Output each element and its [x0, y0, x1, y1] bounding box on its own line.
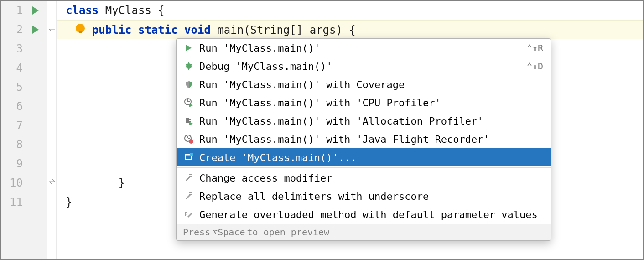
menu-item-shortcut: ⌃⇧R — [527, 42, 543, 53]
intention-icon — [184, 173, 194, 183]
svg-rect-1 — [79, 31, 82, 33]
menu-item-label: Debug 'MyClass.main()' — [199, 61, 521, 72]
menu-item-label: Run 'MyClass.main()' with 'Java Flight R… — [199, 134, 543, 145]
svg-rect-9 — [186, 118, 189, 123]
svg-point-18 — [190, 153, 193, 156]
line-number: 5 — [1, 81, 26, 94]
gutter-run-icon[interactable] — [26, 26, 45, 34]
plug-run-icon — [184, 116, 194, 126]
coverage-icon — [184, 79, 194, 89]
menu-item-replace-delimiters[interactable]: Replace all delimiters with underscore — [177, 187, 551, 205]
footer-text: Press — [183, 227, 210, 238]
line-number: 3 — [1, 42, 26, 55]
menu-item-label: Run 'MyClass.main()' with 'CPU Profiler' — [199, 97, 543, 109]
menu-item-run[interactable]: Run 'MyClass.main()' ⌃⇧R — [177, 39, 551, 57]
line-number: 2 — [1, 23, 26, 36]
menu-item-create-config[interactable]: Create 'MyClass.main()'... — [177, 148, 551, 166]
menu-item-jfr-profiler[interactable]: Run 'MyClass.main()' with 'Java Flight R… — [177, 130, 551, 148]
menu-item-generate-overloaded[interactable]: P Generate overloaded method with defaul… — [177, 205, 551, 224]
gutter-run-icon[interactable] — [26, 6, 45, 15]
intention-actions-popup: Run 'MyClass.main()' ⌃⇧R Debug 'MyClass.… — [176, 38, 551, 241]
code-area[interactable]: class MyClass { public static void main(… — [57, 1, 643, 259]
gutter: 1 2 3 4 5 6 7 8 9 10 11 — [1, 1, 57, 259]
menu-item-debug[interactable]: Debug 'MyClass.main()' ⌃⇧D — [177, 57, 551, 75]
footer-shortcut: ⌥Space — [212, 227, 245, 238]
line-number: 10 — [1, 177, 26, 189]
debug-icon — [184, 61, 194, 71]
intention-bulb-icon[interactable] — [75, 23, 86, 34]
line-number: 9 — [1, 157, 26, 170]
code-line-current[interactable]: public static void main(String[] args) { — [57, 20, 643, 39]
clock-record-icon — [184, 134, 194, 144]
menu-item-coverage[interactable]: Run 'MyClass.main()' with Coverage — [177, 75, 551, 94]
fold-marker-collapse-icon[interactable] — [48, 178, 56, 185]
menu-item-label: Run 'MyClass.main()' with Coverage — [199, 79, 543, 90]
popup-footer-hint: Press ⌥Space to open preview — [177, 224, 551, 240]
menu-item-label: Run 'MyClass.main()' with 'Allocation Pr… — [199, 115, 543, 127]
menu-item-alloc-profiler[interactable]: Run 'MyClass.main()' with 'Allocation Pr… — [177, 112, 551, 130]
menu-separator — [177, 167, 551, 168]
menu-item-label: Change access modifier — [199, 172, 543, 184]
intention-params-icon: P — [184, 209, 194, 219]
create-config-icon — [184, 152, 194, 162]
menu-item-cpu-profiler[interactable]: Run 'MyClass.main()' with 'CPU Profiler' — [177, 94, 551, 112]
line-number: 1 — [1, 4, 26, 17]
line-number: 6 — [1, 100, 26, 113]
svg-rect-10 — [189, 119, 191, 120]
menu-item-label: Replace all delimiters with underscore — [199, 191, 543, 202]
footer-text: to open preview — [247, 227, 329, 238]
intention-icon — [184, 191, 194, 201]
menu-item-label: Run 'MyClass.main()' — [199, 42, 521, 54]
line-number: 4 — [1, 62, 26, 74]
menu-item-label: Generate overloaded method with default … — [199, 209, 543, 220]
clock-run-icon — [184, 98, 194, 108]
svg-rect-11 — [189, 121, 191, 122]
fold-marker-collapse-icon[interactable] — [48, 26, 56, 33]
code-line[interactable]: class MyClass { — [57, 1, 643, 20]
svg-point-15 — [189, 139, 193, 144]
fold-strip — [47, 1, 56, 259]
menu-item-shortcut: ⌃⇧D — [527, 61, 543, 72]
run-icon — [184, 43, 194, 53]
menu-item-label: Create 'MyClass.main()'... — [199, 152, 543, 163]
code-editor: 1 2 3 4 5 6 7 8 9 10 11 class MyClass { … — [1, 1, 643, 259]
line-number: 7 — [1, 119, 26, 132]
line-number: 11 — [1, 196, 26, 208]
line-number: 8 — [1, 138, 26, 151]
svg-text:P: P — [185, 211, 188, 217]
menu-item-change-access[interactable]: Change access modifier — [177, 169, 551, 187]
